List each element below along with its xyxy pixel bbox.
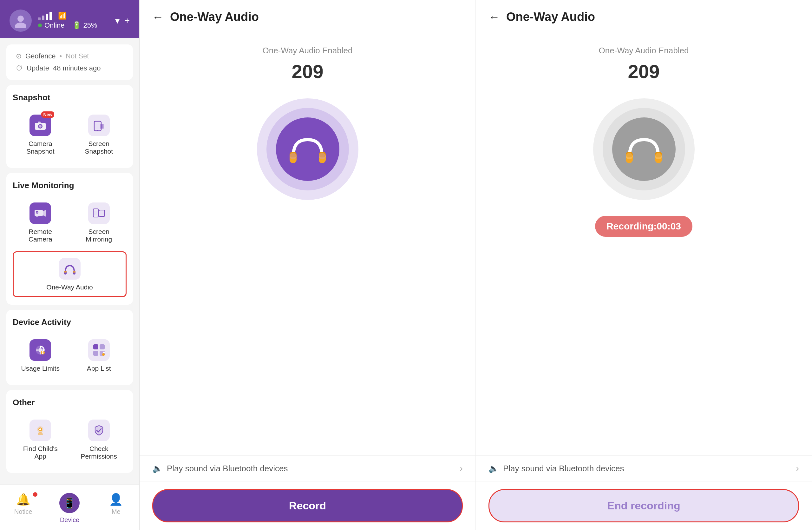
remote-camera-label: Remote Camera — [18, 228, 63, 243]
left-panel-footer: Record — [140, 481, 476, 530]
svg-rect-53 — [655, 153, 662, 159]
app-list-icon — [88, 339, 110, 361]
svg-point-8 — [97, 130, 98, 131]
one-way-audio-item[interactable]: One-Way Audio — [13, 252, 127, 297]
svg-rect-52 — [626, 153, 633, 159]
battery-level: 25% — [84, 21, 97, 29]
svg-rect-29 — [40, 352, 41, 355]
sidebar: 📶 Online 🔋 25% ▾ + ⊙ Geofence • Not Set … — [0, 0, 140, 530]
camera-snapshot-label: Camera Snapshot — [18, 140, 63, 155]
svg-point-1 — [15, 23, 26, 28]
right-audio-count: 209 — [628, 61, 659, 83]
svg-rect-35 — [93, 351, 98, 356]
update-value: 48 minutes ago — [53, 64, 101, 72]
geofence-value: Not Set — [66, 52, 89, 60]
screen-snapshot-label: Screen Snapshot — [76, 140, 122, 155]
svg-point-38 — [102, 353, 105, 356]
avatar — [10, 10, 32, 32]
left-bluetooth-label: Play sound via Bluetooth devices — [167, 464, 288, 473]
camera-snapshot-icon — [29, 115, 51, 136]
bottom-nav: 🔔 Notice 📱 Device 👤 Me — [0, 484, 139, 530]
me-icon: 👤 — [109, 493, 123, 506]
right-back-button[interactable]: ← — [489, 11, 500, 24]
right-panel: ← One-Way Audio One-Way Audio Enabled 20… — [476, 0, 812, 530]
right-bluetooth-label: Play sound via Bluetooth devices — [503, 464, 624, 473]
right-audio-enabled-label: One-Way Audio Enabled — [599, 46, 689, 56]
find-childs-app-item[interactable]: Find Child's App — [13, 414, 68, 465]
svg-rect-47 — [319, 153, 326, 159]
left-panel-title: One-Way Audio — [170, 10, 259, 24]
left-chevron-icon: › — [460, 463, 463, 473]
remote-camera-icon — [29, 202, 51, 224]
app-list-label: App List — [87, 365, 111, 372]
svg-rect-46 — [290, 153, 296, 159]
record-button[interactable]: Record — [152, 489, 463, 522]
notice-label: Notice — [14, 508, 32, 515]
svg-point-41 — [39, 428, 41, 430]
find-childs-app-icon — [29, 419, 51, 441]
end-recording-button[interactable]: End recording — [489, 489, 799, 522]
left-back-button[interactable]: ← — [152, 11, 164, 24]
svg-rect-19 — [100, 211, 104, 215]
new-badge: New — [41, 111, 54, 118]
update-label: Update — [27, 64, 49, 72]
screen-snapshot-icon — [88, 115, 110, 136]
screen-snapshot-item[interactable]: Screen Snapshot — [71, 109, 127, 160]
add-button[interactable]: + — [125, 16, 130, 26]
screen-mirroring-item[interactable]: Screen Mirroring — [71, 197, 127, 248]
svg-rect-5 — [38, 121, 41, 124]
right-panel-footer: End recording — [476, 481, 812, 530]
svg-rect-7 — [95, 123, 101, 129]
check-permissions-label: Check Permissions — [76, 445, 122, 460]
geofence-icon: ⊙ — [16, 52, 21, 60]
left-panel-header: ← One-Way Audio — [140, 0, 476, 33]
update-icon: ⏱ — [16, 64, 23, 72]
left-panel: ← One-Way Audio One-Way Audio Enabled 20… — [140, 0, 476, 530]
check-permissions-item[interactable]: Check Permissions — [71, 414, 127, 465]
nav-me[interactable]: 👤 Me — [93, 490, 139, 527]
svg-rect-33 — [93, 344, 98, 349]
live-monitoring-title: Live Monitoring — [13, 181, 127, 190]
svg-rect-26 — [40, 346, 41, 348]
svg-rect-27 — [36, 349, 38, 351]
camera-snapshot-item[interactable]: New Camera Snapshot — [13, 109, 68, 160]
usage-limits-icon — [29, 339, 51, 361]
svg-rect-15 — [36, 216, 38, 217]
me-label: Me — [112, 508, 120, 515]
screen-mirroring-label: Screen Mirroring — [76, 228, 122, 243]
right-chevron-icon: › — [796, 463, 799, 473]
device-icon: 📱 — [63, 497, 76, 509]
left-audio-count: 209 — [291, 61, 323, 83]
nav-device[interactable]: 📱 Device — [46, 490, 92, 527]
signal-bars: 📶 — [38, 12, 109, 20]
right-bluetooth-row[interactable]: 🔈 Play sound via Bluetooth devices › — [476, 455, 812, 481]
dropdown-button[interactable]: ▾ — [115, 16, 119, 26]
screen-mirroring-icon — [88, 202, 110, 224]
right-headphone-illustration — [590, 95, 698, 203]
check-permissions-icon — [88, 419, 110, 441]
headphone-circle — [276, 117, 339, 181]
right-bluetooth-icon: 🔈 — [489, 464, 498, 473]
remote-camera-item[interactable]: Remote Camera — [13, 197, 68, 248]
left-bluetooth-row[interactable]: 🔈 Play sound via Bluetooth devices › — [140, 455, 476, 481]
geofence-status: • — [59, 52, 62, 60]
svg-rect-34 — [100, 344, 105, 349]
svg-point-14 — [37, 212, 38, 213]
usage-limits-item[interactable]: Usage Limits — [13, 333, 68, 377]
left-headphone-illustration — [254, 95, 362, 203]
right-panel-content: One-Way Audio Enabled 209 Recording:00:0… — [476, 33, 812, 455]
nav-notice[interactable]: 🔔 Notice — [0, 490, 46, 527]
recording-badge: Recording:00:03 — [595, 216, 693, 237]
svg-rect-32 — [42, 353, 43, 354]
snapshot-title: Snapshot — [13, 93, 127, 102]
geofence-label: Geofence — [25, 52, 56, 60]
svg-rect-28 — [42, 349, 45, 351]
device-activity-title: Device Activity — [13, 317, 127, 327]
sidebar-header: 📶 Online 🔋 25% ▾ + — [0, 0, 139, 38]
left-audio-enabled-label: One-Way Audio Enabled — [263, 46, 353, 56]
header-info: 📶 Online 🔋 25% — [38, 12, 109, 29]
right-headphone-circle — [612, 117, 676, 181]
device-activity-section: Device Activity — [6, 310, 133, 385]
app-list-item[interactable]: App List — [71, 333, 127, 377]
online-status: Online — [44, 21, 65, 29]
